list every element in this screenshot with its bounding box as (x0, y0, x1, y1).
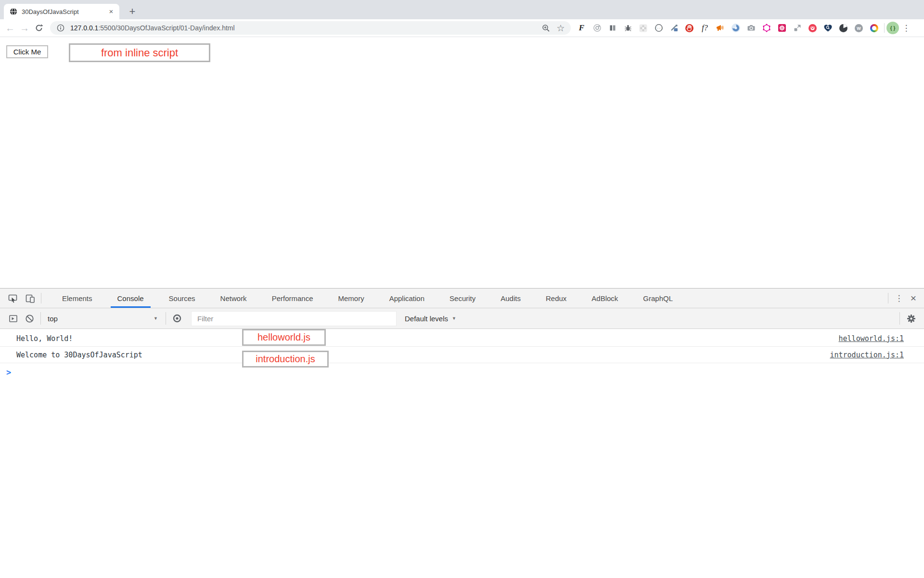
extension-megaphone-icon[interactable] (715, 23, 725, 33)
extension-stop-hand-icon[interactable] (684, 23, 694, 33)
chevron-down-icon: ▼ (154, 316, 158, 321)
address-bar[interactable]: 127.0.0.1:5500/30DaysOfJavaScript/01-Day… (50, 21, 571, 35)
console-message-row: Hello, World! helloworld.js:1 (0, 330, 924, 347)
extension-flower-icon[interactable] (638, 23, 648, 33)
console-message-row: Welcome to 30DaysOfJavaScript introducti… (0, 347, 924, 363)
svg-text:{··}: {··} (654, 26, 663, 30)
devtools-panel: Elements Console Sources Network Perform… (0, 288, 924, 578)
live-expression-eye-icon[interactable] (169, 310, 185, 327)
console-output: Hello, World! helloworld.js:1 Welcome to… (0, 329, 924, 578)
reload-icon[interactable] (32, 21, 46, 35)
page-content: Click Me from inline script (0, 38, 924, 288)
extension-wave-icon[interactable]: W (854, 23, 864, 33)
console-message-text: Welcome to 30DaysOfJavaScript (16, 351, 830, 359)
extension-eyedropper-icon[interactable] (669, 23, 679, 33)
extension-color-ring-icon[interactable] (869, 23, 879, 33)
extension-heart-search-icon[interactable] (823, 23, 833, 33)
browser-tab[interactable]: 30DaysOfJavaScript × (4, 4, 119, 19)
extension-braces-icon[interactable]: {··} (654, 23, 664, 33)
forward-icon[interactable]: → (17, 21, 32, 35)
extension-atom-icon[interactable] (592, 23, 602, 33)
extension-graphql-icon[interactable] (761, 23, 771, 33)
inline-script-text: from inline script (69, 43, 210, 62)
devtools-divider (41, 293, 41, 303)
tab-redux[interactable]: Redux (533, 289, 579, 308)
extension-f-question-icon[interactable]: f? (700, 23, 710, 33)
profile-avatar[interactable]: { } (886, 22, 899, 34)
console-sidebar-icon[interactable] (5, 310, 21, 327)
tab-console[interactable]: Console (105, 289, 156, 308)
extension-camera-icon[interactable] (746, 23, 756, 33)
zoom-icon[interactable] (540, 23, 551, 33)
filter-input[interactable] (191, 311, 397, 326)
tab-close-icon[interactable]: × (107, 7, 116, 16)
chrome-menu-icon[interactable]: ⋮ (901, 23, 911, 33)
toolbar-divider (884, 23, 885, 33)
log-levels-dropdown[interactable]: Default levels ▼ (405, 315, 456, 323)
console-prompt[interactable]: > (0, 363, 924, 377)
tab-performance[interactable]: Performance (259, 289, 326, 308)
tab-elements[interactable]: Elements (50, 289, 105, 308)
devtools-close-icon[interactable]: × (907, 292, 920, 304)
url-host: 127.0.0.1 (70, 24, 98, 32)
extension-columns-icon[interactable] (607, 23, 617, 33)
extension-icons: F {··} f? (577, 23, 879, 33)
url-path: :5500/30DaysOfJavaScript/01-Day/index.ht… (98, 24, 234, 32)
tab-adblock[interactable]: AdBlock (579, 289, 630, 308)
device-toolbar-icon[interactable] (21, 289, 38, 308)
extension-clock-icon[interactable] (838, 23, 848, 33)
devtools-tab-bar: Elements Console Sources Network Perform… (0, 289, 924, 308)
tab-audits[interactable]: Audits (488, 289, 533, 308)
toolbar-divider (40, 312, 41, 325)
tab-network[interactable]: Network (208, 289, 259, 308)
chevron-down-icon: ▼ (452, 316, 456, 321)
devtools-menu-icon[interactable]: ⋮ (893, 293, 905, 303)
context-selector-value: top (48, 315, 58, 323)
browser-toolbar: ← → 127.0.0.1:5500/30DaysOfJavaScript/01… (0, 19, 924, 37)
url-text: 127.0.0.1:5500/30DaysOfJavaScript/01-Day… (70, 24, 235, 32)
extension-corner-arrows-icon[interactable] (792, 23, 802, 33)
site-info-icon[interactable] (55, 23, 66, 33)
tab-memory[interactable]: Memory (326, 289, 377, 308)
annotation-helloworld: helloworld.js (242, 329, 326, 346)
extension-script-f-icon[interactable]: F (577, 23, 587, 33)
click-me-button[interactable]: Click Me (6, 45, 48, 58)
log-levels-label: Default levels (405, 315, 448, 323)
settings-gear-icon[interactable] (903, 310, 919, 327)
tab-security[interactable]: Security (437, 289, 488, 308)
new-tab-button[interactable]: + (125, 4, 140, 19)
devtools-divider (888, 293, 888, 303)
console-message-text: Hello, World! (16, 334, 839, 343)
browser-tab-strip: 30DaysOfJavaScript × + (0, 0, 924, 19)
tab-application[interactable]: Application (377, 289, 437, 308)
bookmark-star-icon[interactable]: ☆ (555, 23, 566, 33)
tab-graphql[interactable]: GraphQL (630, 289, 685, 308)
svg-text:W: W (857, 26, 861, 31)
clear-console-icon[interactable] (21, 310, 38, 327)
console-source-link[interactable]: introduction.js:1 (830, 351, 904, 359)
console-source-link[interactable]: helloworld.js:1 (839, 334, 904, 343)
annotation-introduction: introduction.js (242, 351, 329, 368)
back-icon[interactable]: ← (3, 21, 17, 35)
context-selector[interactable]: top ▼ (44, 315, 163, 323)
console-toolbar: top ▼ Default levels ▼ (0, 308, 924, 329)
extension-pink-gear-icon[interactable] (777, 23, 787, 33)
extension-bug-icon[interactable] (623, 23, 633, 33)
tab-sources[interactable]: Sources (156, 289, 208, 308)
globe-favicon-icon (10, 8, 17, 15)
extension-onetab-swirl-icon[interactable] (731, 23, 741, 33)
tab-title: 30DaysOfJavaScript (22, 8, 103, 15)
extension-pocket-icon[interactable] (808, 23, 818, 33)
toolbar-divider (166, 312, 166, 325)
toolbar-divider (899, 312, 900, 325)
inspect-element-icon[interactable] (4, 289, 21, 308)
